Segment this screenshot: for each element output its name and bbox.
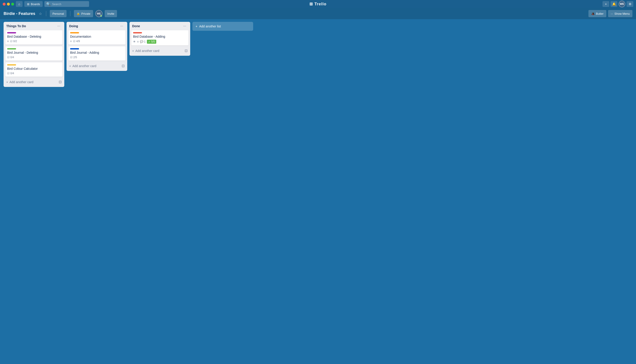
home-icon-button[interactable]: ⌂ [16,1,23,7]
plus-icon: + [69,64,71,68]
card-title-card5: Bird Journal - Adding [70,51,124,54]
card-template-button-done[interactable]: ⊡ [184,48,188,53]
add-card-row-doing: +Add another card⊡ [68,62,125,69]
list-title-done: Done [132,24,140,28]
header-right-actions: 🎩 Butler ··· Show Menu [588,10,632,17]
maximize-button[interactable] [11,3,14,6]
member-avatar[interactable]: WE [95,10,102,17]
list-menu-button-todo[interactable]: ··· [56,24,62,28]
description-icon: ≡ [70,40,72,43]
checklist-count-card4: ☑ 4/9 [73,40,80,43]
card-title-card4: Documentation [70,35,124,38]
add-card-label: Add another card [135,49,159,52]
search-input[interactable] [52,2,87,6]
card-card6[interactable]: Bird Database - Adding👁≡💬 1✓ 5/5 [131,30,188,46]
card-template-button-doing[interactable]: ⊡ [121,63,125,68]
bell-icon-button[interactable]: 🔔 [610,1,617,7]
butler-label: Butler [596,12,604,16]
boards-button[interactable]: ⊞ Boards [24,1,43,7]
add-card-button-done[interactable]: +Add another card [131,48,184,54]
show-menu-label: Show Menu [614,12,630,16]
checklist-count-card3: ☑ 0/4 [7,72,14,75]
template-icon: ⊡ [122,64,125,68]
template-icon: ⊡ [59,80,62,84]
checklist-count-card2: ☑ 0/4 [7,56,14,59]
search-bar[interactable]: 🔍 [44,1,89,7]
checklist-count-card5: ☑ 2/5 [70,56,77,59]
card-title-card1: Bird Database - Deleting [7,35,61,38]
card-title-card6: Bird Database - Adding [133,35,187,38]
card-card3[interactable]: Bird Colour Calculator☑ 0/4 [5,62,63,77]
board-title: Birdie - Features [4,11,35,16]
checklist-badge-card6: ✓ 5/5 [147,40,156,44]
card-footer-card5: ☑ 2/5 [70,56,124,59]
user-avatar[interactable]: WE [618,1,625,7]
board-header: Birdie - Features ☆ Personal 🔒 Private W… [0,8,636,19]
boards-label: Boards [31,2,40,6]
card-template-button-todo[interactable]: ⊡ [58,79,63,84]
add-card-button-doing[interactable]: +Add another card [68,63,121,69]
list-title-todo: Things To Do [6,24,26,28]
card-label-card5 [70,48,79,50]
add-icon-button[interactable]: + [602,1,609,7]
card-card2[interactable]: Bird Journal - Deleting☑ 0/4 [5,46,63,61]
list-doing: Doing ··· Documentation≡☑ 4/9Bird Journa… [67,22,127,71]
show-menu-button[interactable]: ··· Show Menu [608,10,633,17]
list-done: Done ··· Bird Database - Adding👁≡💬 1✓ 5/… [129,22,190,56]
watch-icon: 👁 [133,40,136,43]
template-icon: ⊡ [185,49,187,52]
card-card5[interactable]: Bird Journal - Adding☑ 2/5 [68,46,125,61]
member-initials: WE [97,12,101,15]
header-divider [46,11,46,16]
butler-icon: 🎩 [591,12,595,16]
list-header-done: Done ··· [131,24,188,28]
card-footer-card1: ≡☑ 0/2 [7,40,61,43]
card-card4[interactable]: Documentation≡☑ 4/9 [68,30,125,44]
list-menu-button-doing[interactable]: ··· [119,24,125,28]
add-card-row-todo: +Add another card⊡ [5,78,63,85]
butler-button[interactable]: 🎩 Butler [588,10,606,17]
description-icon: ≡ [137,40,139,43]
add-card-row-done: +Add another card⊡ [131,47,188,54]
card-label-card4 [70,32,79,34]
list-header-todo: Things To Do ··· [5,24,63,28]
add-list-label: Add another list [199,24,221,28]
ellipsis-icon: ··· [611,12,613,16]
list-menu-button-done[interactable]: ··· [182,24,187,28]
comment-icon: 💬 1 [140,40,146,43]
invite-label: Invite [107,12,114,16]
settings-icon-button[interactable]: ⚙ [627,1,633,7]
visibility-label: Personal [53,12,64,16]
trello-wordmark: Trello [314,2,326,6]
card-footer-card4: ≡☑ 4/9 [70,40,124,43]
card-footer-card3: ☑ 0/4 [7,72,61,75]
header-divider-2 [70,11,70,16]
star-button[interactable]: ☆ [38,11,42,16]
card-label-card2 [7,48,16,50]
card-card1[interactable]: Bird Database - Deleting≡☑ 0/2 [5,30,63,44]
card-label-card1 [7,32,16,34]
card-title-card3: Bird Colour Calculator [7,67,61,70]
privacy-button[interactable]: 🔒 Private [74,10,93,17]
trello-logo: ⊞ Trello [309,2,326,6]
invite-button[interactable]: Invite [105,10,117,17]
add-list-button[interactable]: +Add another list [192,22,253,31]
search-icon: 🔍 [46,2,51,6]
titlebar-right: + 🔔 WE ⚙ [602,1,633,7]
online-indicator [100,15,102,17]
traffic-lights [3,3,14,6]
card-title-card2: Bird Journal - Deleting [7,51,61,54]
plus-icon: + [6,80,8,84]
card-label-card6 [133,32,142,34]
list-title-doing: Doing [69,24,78,28]
card-footer-card6: 👁≡💬 1✓ 5/5 [133,40,187,44]
close-button[interactable] [3,3,6,6]
list-header-doing: Doing ··· [68,24,125,28]
plus-icon: + [132,49,134,52]
add-card-button-todo[interactable]: +Add another card [5,79,58,85]
plus-icon-list: + [195,24,197,28]
description-icon: ≡ [7,40,9,43]
minimize-button[interactable] [7,3,10,6]
boards-icon: ⊞ [27,2,30,6]
visibility-button[interactable]: Personal [50,10,67,17]
